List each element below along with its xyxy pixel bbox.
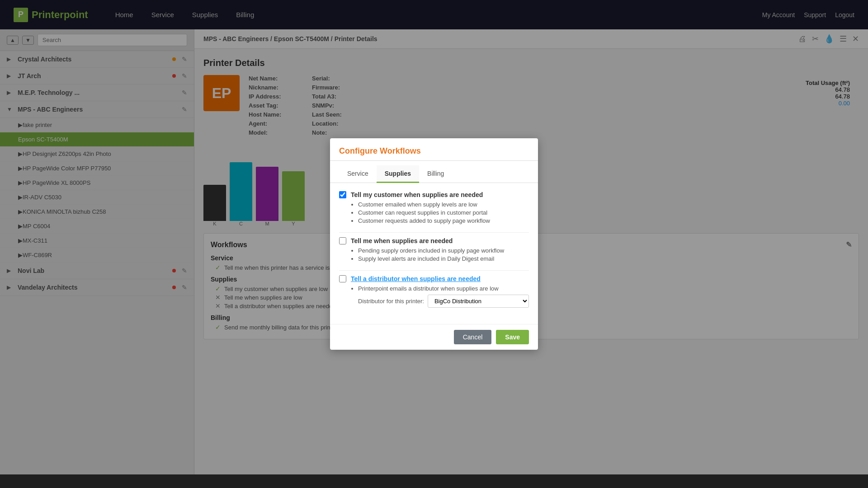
- bullet-item: Customer emailed when supply levels are …: [358, 201, 529, 208]
- tab-supplies[interactable]: Supplies: [377, 165, 419, 183]
- workflow-option-2-checkbox[interactable]: [339, 237, 346, 244]
- tab-service[interactable]: Service: [339, 165, 377, 183]
- workflow-option-2: Tell me when supplies are needed Pending…: [339, 237, 529, 262]
- bullet-item: Pending supply orders included in supply…: [358, 247, 529, 254]
- cancel-button[interactable]: Cancel: [454, 330, 492, 344]
- workflow-option-1-header: Tell my customer when supplies are neede…: [339, 191, 529, 198]
- workflow-option-3-header: Tell a distributor when supplies are nee…: [339, 275, 529, 282]
- bullet-item: Printerpoint emails a distributor when s…: [358, 285, 529, 292]
- workflow-option-2-bullets: Pending supply orders included in supply…: [339, 247, 529, 262]
- distributor-label: Distributor for this printer:: [358, 298, 424, 305]
- modal-overlay[interactable]: Configure Workflows Service Supplies Bil…: [0, 0, 868, 488]
- modal-header: Configure Workflows: [330, 138, 538, 161]
- bullet-item: Customer can request supplies in custome…: [358, 209, 529, 216]
- distributor-row: Distributor for this printer: BigCo Dist…: [339, 295, 529, 308]
- tab-billing[interactable]: Billing: [419, 165, 452, 183]
- workflow-option-3-title: Tell a distributor when supplies are nee…: [351, 275, 481, 282]
- configure-workflows-modal: Configure Workflows Service Supplies Bil…: [330, 138, 538, 350]
- workflow-option-1-title: Tell my customer when supplies are neede…: [351, 191, 483, 198]
- workflow-option-3: Tell a distributor when supplies are nee…: [339, 275, 529, 308]
- workflow-option-2-title: Tell me when supplies are needed: [351, 237, 453, 244]
- bullet-item: Supply level alerts are included in Dail…: [358, 255, 529, 262]
- workflow-option-1: Tell my customer when supplies are neede…: [339, 191, 529, 224]
- modal-body: Tell my customer when supplies are neede…: [330, 183, 538, 324]
- workflow-option-1-bullets: Customer emailed when supply levels are …: [339, 201, 529, 224]
- save-button[interactable]: Save: [496, 330, 529, 344]
- modal-title: Configure Workflows: [339, 146, 529, 156]
- bullet-item: Customer requests added to supply page w…: [358, 217, 529, 224]
- workflow-option-3-bullets: Printerpoint emails a distributor when s…: [339, 285, 529, 292]
- distributor-select[interactable]: BigCo Distribution Other Distributor: [428, 295, 529, 308]
- app-wrapper: P Printerpoint Home Service Supplies Bil…: [0, 0, 868, 488]
- workflow-option-2-header: Tell me when supplies are needed: [339, 237, 529, 244]
- workflow-option-1-checkbox[interactable]: [339, 191, 346, 198]
- modal-footer: Cancel Save: [330, 324, 538, 350]
- modal-tabs: Service Supplies Billing: [330, 165, 538, 183]
- workflow-option-3-checkbox[interactable]: [339, 275, 346, 282]
